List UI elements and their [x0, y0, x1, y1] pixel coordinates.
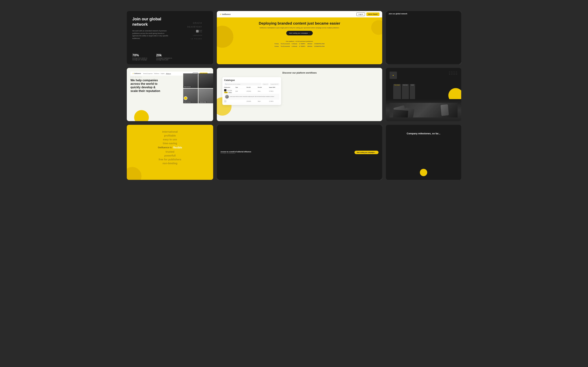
stat-1: 70% Average time saved on average per ca…: [132, 53, 151, 60]
team-photo-1: Mars De Zordo: [183, 73, 198, 88]
publishers-list-2: Forbes The Economist le Monde IL TEMPO· …: [272, 45, 327, 48]
word-free: free for publishers: [159, 158, 181, 161]
table-row-2[interactable]: Lorem ipsum dolor sit amet, consectetur …: [224, 94, 279, 100]
card-join-network: GRAZIA deadbyday AutoPlus LARAISON LE FI…: [127, 11, 213, 64]
word-flexible: flexible: [173, 146, 182, 149]
logo-grazia: GRAZIA: [193, 22, 202, 24]
bottom-cta: Access to a world of editorial influence…: [217, 125, 382, 180]
cta-subtitle: Free Signup. No subscriptions.: [221, 153, 251, 154]
dots-decoration: [449, 72, 458, 75]
word-timesaving: time-saving: [163, 142, 177, 145]
logo-deadbyday: deadbyday: [187, 26, 202, 28]
hero-nav-actions: Log In Get in Touch!: [356, 12, 380, 16]
table-row-1[interactable]: V The Verge Gold 50 DA Gold 25 000 $ Sil…: [224, 89, 279, 94]
team-photo-3: Mars De Zordo: [183, 89, 198, 103]
card-flexible: International profitable easy to use tim…: [127, 125, 213, 180]
team-photo-4: Valentine Peller: [199, 89, 213, 103]
hero-cta-btn[interactable]: Get in Touch!: [366, 12, 380, 16]
card-milestones: Company milestones, so far... 2018 Grazi…: [386, 125, 461, 180]
hero-nav-logo: ⚡ Getfluence: [220, 13, 231, 15]
card-plug-play: Plug and play Easily package your offers…: [386, 11, 461, 64]
logo-lefigaro: LE FIGARO: [191, 38, 202, 40]
logo-laraison: LARAISON: [193, 34, 202, 36]
team-photos: Mars De Zordo Mars De Zordo Valentine Pe…: [183, 73, 213, 103]
cta-start-btn[interactable]: Start scaling your campaigns →: [355, 151, 379, 154]
card-insights: ■ Free leads Interview Guide New insight…: [386, 68, 461, 121]
hero-navbar: ⚡ Getfluence Log In Get in Touch!: [217, 11, 382, 17]
getfluence-prefix: Getfluence is: [158, 146, 172, 149]
publisher-count: One platform. +10,00 premium publishers.: [286, 41, 313, 42]
card-hero-yellow: ⚡ Getfluence Log In Get in Touch! Deploy…: [217, 11, 382, 64]
cta-title: Access to a world of editorial influence: [221, 151, 251, 153]
article-icon: ■: [389, 72, 397, 79]
word-profitable: profitable: [164, 134, 176, 137]
table-row-3[interactable]: 25 000 $ Silver 17 500 $: [224, 100, 279, 103]
workflows-title: Discover our platform workflows: [221, 72, 379, 74]
hero-subtitle: Getfluence marketplace is your single po…: [259, 27, 340, 29]
team-photo-2: [199, 73, 213, 88]
word-international: International: [162, 130, 178, 133]
hero-title: Deploying branded content just became ea…: [259, 21, 340, 25]
card-media-decisions: Effective by design Better media decisio…: [217, 125, 382, 180]
stat-2: 20k Campaigns deployed on average each y…: [156, 53, 174, 60]
hero-content: Deploying branded content just became ea…: [255, 17, 344, 39]
hero-login-btn[interactable]: Log In: [356, 12, 365, 16]
bottom-bar: Join our global network: [386, 11, 461, 64]
words-list: International profitable easy to use tim…: [132, 130, 208, 165]
card4-nav-logo: ⚡ Getfluence: [132, 73, 141, 74]
word-powerfull: powerfull: [164, 154, 176, 157]
card-workflows: Discover our platform workflows Catalogu…: [217, 68, 382, 121]
word-easy: easy to use: [163, 138, 177, 141]
word-trusted: trusted: [165, 150, 174, 153]
catalogue-card: Catalogue 🔍 Rechercher sur nos médias Fi…: [222, 77, 281, 105]
card1-title: Join our global network: [132, 17, 169, 27]
mission-main-text: We help companies across the world to qu…: [130, 79, 164, 93]
bottom-text: Join our global network: [389, 13, 407, 15]
hero-start-btn[interactable]: Start scaling your campaigns →: [286, 31, 313, 35]
card-we-help: ⚡ Getfluence Brands & agencies Publisher…: [127, 68, 213, 121]
card1-subtitle: We work with an extended network of prem…: [132, 30, 169, 40]
article-image: [386, 99, 461, 121]
word-nonbinding: non-binding: [163, 162, 178, 165]
catalogue-title: Catalogue: [224, 79, 279, 82]
bottom-dot: [420, 169, 427, 176]
